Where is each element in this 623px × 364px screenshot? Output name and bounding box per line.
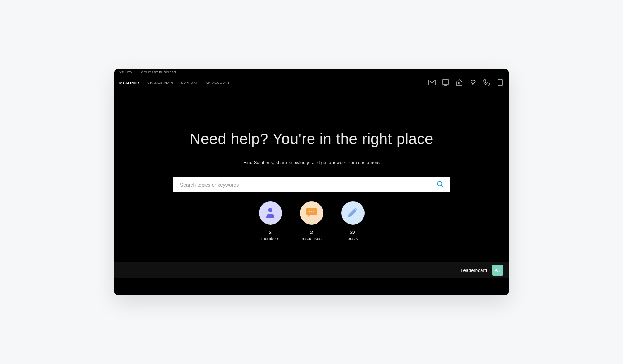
responses-count: 2 <box>310 230 313 235</box>
hero-section: Need help? You're in the right place Fin… <box>114 89 509 262</box>
members-circle <box>259 201 282 225</box>
members-count: 2 <box>269 230 271 235</box>
search-input[interactable] <box>180 182 436 188</box>
stat-members: 2 members <box>259 201 282 241</box>
nav-my-account[interactable]: MY ACCOUNT <box>206 81 229 85</box>
chat-icon <box>306 207 317 219</box>
nav-bar: MY XFINITY CHANGE PLAN SUPPORT MY ACCOUN… <box>114 76 509 89</box>
home-icon[interactable] <box>456 79 463 86</box>
bottom-bar: Leaderboard AK <box>114 262 509 278</box>
avatar-badge[interactable]: AK <box>492 265 503 276</box>
search-container <box>173 177 450 192</box>
pencil-icon <box>347 207 358 219</box>
mobile-icon[interactable] <box>496 79 504 86</box>
top-link-xfinity[interactable]: XFINITY <box>119 71 133 74</box>
search-button[interactable] <box>436 181 444 189</box>
hero-title: Need help? You're in the right place <box>190 130 433 148</box>
stats-row: 2 members 2 responses <box>259 201 365 241</box>
svg-point-10 <box>309 211 310 212</box>
svg-line-8 <box>441 185 443 187</box>
svg-point-3 <box>458 82 460 84</box>
nav-left: MY XFINITY CHANGE PLAN SUPPORT MY ACCOUN… <box>119 81 238 85</box>
hero-subtitle: Find Solutions, share knowledge and get … <box>243 160 380 165</box>
top-bar: XFINITY COMCAST BUSINESS <box>114 69 509 76</box>
svg-point-9 <box>268 208 272 212</box>
svg-rect-0 <box>429 80 435 85</box>
wifi-icon[interactable] <box>469 79 476 86</box>
nav-my-xfinity[interactable]: MY XFINITY <box>119 81 139 85</box>
posts-count: 27 <box>350 230 355 235</box>
stat-posts: 27 posts <box>341 201 365 241</box>
posts-label: posts <box>348 236 358 241</box>
phone-icon[interactable] <box>483 79 490 86</box>
svg-point-12 <box>313 211 314 212</box>
svg-rect-1 <box>442 80 449 84</box>
members-label: members <box>261 236 279 241</box>
responses-label: responses <box>301 236 321 241</box>
mail-icon[interactable] <box>428 79 436 86</box>
nav-support[interactable]: SUPPORT <box>181 81 198 85</box>
leaderboard-label[interactable]: Leaderboard <box>461 268 487 273</box>
svg-point-7 <box>438 181 442 186</box>
svg-point-4 <box>472 85 473 85</box>
nav-right <box>428 79 504 86</box>
responses-circle <box>300 201 323 225</box>
posts-circle <box>341 201 365 225</box>
app-window: XFINITY COMCAST BUSINESS MY XFINITY CHAN… <box>114 69 509 295</box>
search-icon <box>437 181 443 189</box>
footer-space <box>114 278 509 295</box>
svg-point-11 <box>311 211 312 212</box>
top-link-comcast-business[interactable]: COMCAST BUSINESS <box>141 71 176 74</box>
person-icon <box>265 207 275 219</box>
nav-change-plan[interactable]: CHANGE PLAN <box>147 81 173 85</box>
tv-icon[interactable] <box>442 79 449 86</box>
stat-responses: 2 responses <box>300 201 323 241</box>
